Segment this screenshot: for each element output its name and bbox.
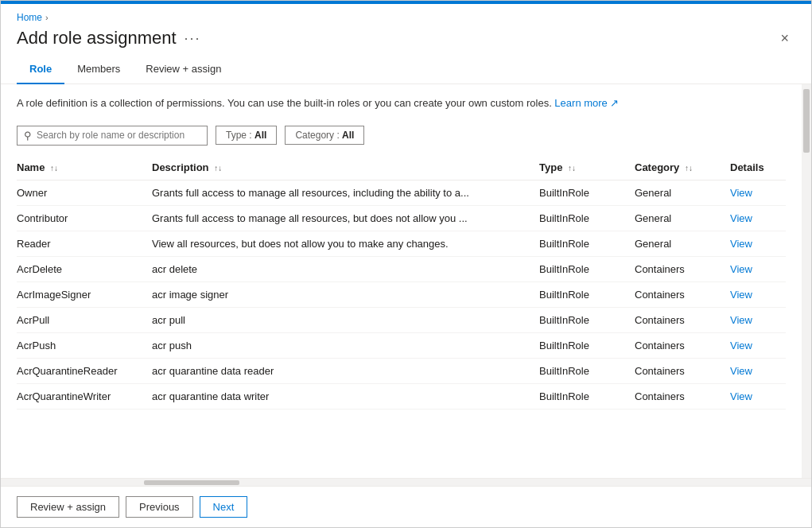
horizontal-scrollbar-area (1, 478, 811, 486)
search-input[interactable] (37, 130, 200, 141)
cell-description: Grants full access to manage all resourc… (152, 205, 539, 231)
col-header-name[interactable]: Name ↑↓ (17, 155, 152, 181)
table-row: AcrQuarantineWriter acr quarantine data … (17, 383, 786, 409)
tab-bar: Role Members Review + assign (1, 56, 811, 84)
cell-description: acr push (152, 332, 539, 358)
tab-members[interactable]: Members (64, 56, 133, 84)
table-container: Name ↑↓ Description ↑↓ Type ↑↓ (1, 155, 802, 479)
cell-type: BuiltInRole (539, 332, 635, 358)
cell-view-link[interactable]: View (730, 180, 786, 205)
search-icon: ⚲ (24, 130, 32, 142)
table-row: Owner Grants full access to manage all r… (17, 180, 786, 205)
col-header-details: Details (730, 155, 786, 181)
cell-type: BuiltInRole (539, 307, 635, 332)
cell-description: acr image signer (152, 281, 539, 307)
cell-category: Containers (635, 358, 730, 383)
cell-name[interactable]: AcrImageSigner (17, 281, 152, 307)
breadcrumb-chevron: › (45, 13, 49, 22)
cell-category: Containers (635, 307, 730, 332)
cell-type: BuiltInRole (539, 383, 635, 409)
table-row: AcrPush acr push BuiltInRole Containers … (17, 332, 786, 358)
tab-role[interactable]: Role (17, 56, 64, 84)
cell-category: Containers (635, 256, 730, 281)
table-row: AcrImageSigner acr image signer BuiltInR… (17, 281, 786, 307)
page-header: Add role assignment ··· × (1, 23, 811, 56)
col-header-description[interactable]: Description ↑↓ (152, 155, 539, 181)
sort-type-icon: ↑↓ (568, 164, 576, 173)
cell-type: BuiltInRole (539, 256, 635, 281)
cell-view-link[interactable]: View (730, 332, 786, 358)
col-header-category[interactable]: Category ↑↓ (635, 155, 730, 181)
roles-table: Name ↑↓ Description ↑↓ Type ↑↓ (17, 155, 786, 410)
ellipsis-menu[interactable]: ··· (185, 30, 201, 47)
cell-category: Containers (635, 332, 730, 358)
cell-category: Containers (635, 281, 730, 307)
cell-view-link[interactable]: View (730, 256, 786, 281)
cell-name[interactable]: AcrPush (17, 332, 152, 358)
type-filter-label: Type : (226, 130, 252, 141)
cell-type: BuiltInRole (539, 281, 635, 307)
breadcrumb: Home › (1, 4, 811, 23)
cell-description: acr delete (152, 256, 539, 281)
col-header-type[interactable]: Type ↑↓ (539, 155, 635, 181)
category-filter[interactable]: Category : All (285, 126, 364, 145)
close-button[interactable]: × (774, 28, 795, 49)
table-row: Contributor Grants full access to manage… (17, 205, 786, 231)
type-filter-value: All (254, 130, 266, 141)
main-content: A role definition is a collection of per… (1, 84, 802, 478)
cell-name[interactable]: Contributor (17, 205, 152, 231)
cell-type: BuiltInRole (539, 180, 635, 205)
page-title-text: Add role assignment (17, 28, 177, 49)
type-filter[interactable]: Type : All (216, 126, 277, 145)
cell-category: General (635, 231, 730, 256)
table-row: AcrPull acr pull BuiltInRole Containers … (17, 307, 786, 332)
tab-review-assign[interactable]: Review + assign (133, 56, 234, 84)
scrollbar-thumb[interactable] (803, 89, 810, 153)
cell-view-link[interactable]: View (730, 358, 786, 383)
cell-description: acr quarantine data reader (152, 358, 539, 383)
main-window: Home › Add role assignment ··· × Role Me… (0, 0, 812, 528)
table-row: AcrDelete acr delete BuiltInRole Contain… (17, 256, 786, 281)
breadcrumb-home[interactable]: Home (17, 12, 42, 23)
cell-view-link[interactable]: View (730, 281, 786, 307)
review-assign-button[interactable]: Review + assign (17, 496, 119, 518)
sort-desc-icon: ↑↓ (214, 164, 222, 173)
next-button[interactable]: Next (200, 496, 248, 518)
cell-category: General (635, 205, 730, 231)
filter-bar: ⚲ Type : All Category : All (1, 119, 802, 155)
category-filter-value: All (342, 130, 354, 141)
cell-view-link[interactable]: View (730, 231, 786, 256)
cell-name[interactable]: Reader (17, 231, 152, 256)
cell-type: BuiltInRole (539, 205, 635, 231)
cell-name[interactable]: AcrPull (17, 307, 152, 332)
search-box: ⚲ (17, 126, 208, 146)
cell-type: BuiltInRole (539, 358, 635, 383)
footer: Review + assign Previous Next (1, 486, 811, 527)
cell-type: BuiltInRole (539, 231, 635, 256)
cell-description: View all resources, but does not allow y… (152, 231, 539, 256)
sort-cat-icon: ↑↓ (685, 164, 693, 173)
cell-view-link[interactable]: View (730, 383, 786, 409)
table-row: Reader View all resources, but does not … (17, 231, 786, 256)
cell-name[interactable]: AcrDelete (17, 256, 152, 281)
table-row: AcrQuarantineReader acr quarantine data … (17, 358, 786, 383)
cell-category: Containers (635, 383, 730, 409)
category-filter-label: Category : (295, 130, 339, 141)
sort-name-icon: ↑↓ (50, 164, 58, 173)
page-title: Add role assignment ··· (17, 28, 201, 49)
learn-more-link[interactable]: Learn more ↗ (554, 97, 619, 109)
content-scroll-area: A role definition is a collection of per… (1, 84, 811, 478)
cell-name[interactable]: Owner (17, 180, 152, 205)
cell-description: Grants full access to manage all resourc… (152, 180, 539, 205)
cell-view-link[interactable]: View (730, 307, 786, 332)
vertical-scrollbar[interactable] (802, 84, 811, 478)
cell-description: acr quarantine data writer (152, 383, 539, 409)
description-text: A role definition is a collection of per… (1, 84, 802, 119)
cell-view-link[interactable]: View (730, 205, 786, 231)
previous-button[interactable]: Previous (126, 496, 193, 518)
horizontal-scrollbar-thumb[interactable] (144, 480, 239, 485)
cell-name[interactable]: AcrQuarantineWriter (17, 383, 152, 409)
cell-category: General (635, 180, 730, 205)
cell-description: acr pull (152, 307, 539, 332)
cell-name[interactable]: AcrQuarantineReader (17, 358, 152, 383)
